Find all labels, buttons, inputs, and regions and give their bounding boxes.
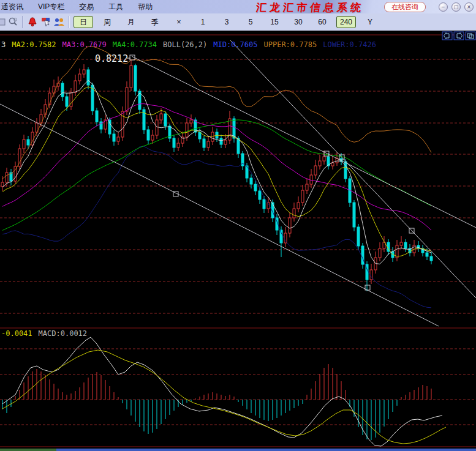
period-button-×[interactable]: × xyxy=(169,16,189,28)
candle-body xyxy=(190,120,192,123)
candle-body xyxy=(6,173,8,182)
candle-body xyxy=(126,88,128,111)
candle-body xyxy=(130,65,132,88)
candle-body xyxy=(23,140,25,149)
magnifier-icon[interactable] xyxy=(6,15,20,29)
candle-body xyxy=(310,175,312,184)
indicator-token: UPPER:0.7785 xyxy=(263,40,317,49)
trend-line-0[interactable] xyxy=(0,104,439,326)
period-button-group: 日周月季×135153060240Y xyxy=(74,16,380,28)
period-button-15[interactable]: 15 xyxy=(265,16,284,28)
candle-body xyxy=(301,190,304,203)
candle-body xyxy=(78,74,81,81)
candle-body xyxy=(361,246,364,264)
candle-body xyxy=(220,138,222,144)
indicator-token: MA2:0.7582 xyxy=(12,40,56,49)
candle-body xyxy=(430,256,433,261)
indicator-text: 3MA2:0.7582MA3:0.7679MA4:0.7734BOLL(26,2… xyxy=(1,40,376,49)
candle-body xyxy=(357,227,360,246)
boll-upper-line xyxy=(2,47,431,179)
candle-body xyxy=(198,132,201,139)
bell-icon[interactable] xyxy=(26,15,39,29)
chart-svg[interactable]: 0.82123MA2:0.7582MA3:0.7679MA4:0.7734BOL… xyxy=(0,31,476,451)
users-icon[interactable] xyxy=(53,15,66,29)
dif-line xyxy=(2,337,442,446)
menu-item-4[interactable]: 帮助 xyxy=(130,0,160,13)
candle-body xyxy=(83,70,85,74)
period-button-季[interactable]: 季 xyxy=(145,16,165,28)
candle-body xyxy=(96,111,98,122)
chart-area[interactable]: 0.82123MA2:0.7582MA3:0.7679MA4:0.7734BOL… xyxy=(0,31,476,451)
indicator-token: BOLL(26,2) xyxy=(163,40,207,49)
candle-body xyxy=(224,140,227,144)
period-button-60[interactable]: 60 xyxy=(312,16,332,28)
menu-item-1[interactable]: VIP专栏 xyxy=(31,0,72,13)
candle-body xyxy=(164,114,167,126)
menu-item-0[interactable]: 通资讯 xyxy=(0,0,31,13)
status-green-segment xyxy=(0,449,56,451)
dea-line xyxy=(2,350,446,444)
indicator-token: LOWER:0.7426 xyxy=(323,40,376,49)
period-button-周[interactable]: 周 xyxy=(97,16,117,28)
indicator-token: 3 xyxy=(1,40,6,49)
candle-body xyxy=(259,191,261,199)
candle-body xyxy=(44,105,47,114)
trend-line-2[interactable] xyxy=(230,40,476,298)
period-button-3[interactable]: 3 xyxy=(217,16,236,28)
peak-price-label: 0.8212 xyxy=(95,53,128,64)
candle-body xyxy=(186,123,188,137)
candle-body xyxy=(156,120,158,135)
close-button[interactable]: × xyxy=(464,2,474,12)
app-title: 汇龙汇市信息系统 xyxy=(255,1,365,15)
period-button-5[interactable]: 5 xyxy=(241,16,260,28)
candle-body xyxy=(117,137,119,141)
period-button-30[interactable]: 30 xyxy=(289,16,308,28)
hand-pointer-icon[interactable] xyxy=(39,15,53,29)
indicator-token: MA3:0.7679 xyxy=(62,40,106,49)
candle-body xyxy=(297,203,300,209)
candle-body xyxy=(237,138,240,154)
candle-body xyxy=(233,119,235,138)
indicator-token: MACD:0.0012 xyxy=(39,329,87,338)
period-button-1[interactable]: 1 xyxy=(193,16,213,28)
candle-body xyxy=(323,157,325,161)
candle-body xyxy=(229,119,231,140)
candle-body xyxy=(400,242,402,245)
candle-body xyxy=(207,141,210,147)
indicator-token: MID:0.7605 xyxy=(213,40,257,49)
candle-body xyxy=(263,199,265,209)
candle-body xyxy=(113,134,115,141)
indicator-text: -0.0041MACD:0.0012 xyxy=(1,329,87,338)
online-consult-button[interactable]: 在线咨询 xyxy=(384,2,426,12)
candle-body xyxy=(53,86,55,93)
toolbar-divider xyxy=(22,16,23,28)
partial-icon[interactable] xyxy=(0,15,6,29)
indicator-token: MA4:0.7734 xyxy=(113,40,157,49)
bottom-status-bar xyxy=(0,449,476,451)
candle-body xyxy=(250,178,252,184)
period-button-240[interactable]: 240 xyxy=(336,16,356,28)
candle-body xyxy=(353,203,355,227)
indicator-token: -0.0041 xyxy=(1,329,32,338)
candle-body xyxy=(254,184,257,191)
menu-bar: 通资讯VIP专栏交易工具帮助 xyxy=(0,0,160,13)
candle-body xyxy=(177,143,179,147)
candle-body xyxy=(87,70,89,85)
toolbar-divider xyxy=(69,16,70,28)
period-button-日[interactable]: 日 xyxy=(74,16,93,28)
candle-body xyxy=(211,132,214,141)
candle-body xyxy=(66,97,68,106)
candle-body xyxy=(344,162,347,179)
minimize-button[interactable]: − xyxy=(439,2,448,12)
candle-body xyxy=(108,120,111,134)
title-bar: 通资讯VIP专栏交易工具帮助 汇龙汇市信息系统 在线咨询 − □ × xyxy=(0,0,476,13)
maximize-button[interactable]: □ xyxy=(451,2,461,12)
candle-body xyxy=(27,140,29,145)
period-button-Y[interactable]: Y xyxy=(360,16,380,28)
menu-item-3[interactable]: 工具 xyxy=(101,0,130,13)
period-button-月[interactable]: 月 xyxy=(121,16,141,28)
candle-body xyxy=(151,135,154,140)
candle-body xyxy=(173,138,175,147)
menu-item-2[interactable]: 交易 xyxy=(72,0,101,13)
candle-body xyxy=(61,83,64,97)
